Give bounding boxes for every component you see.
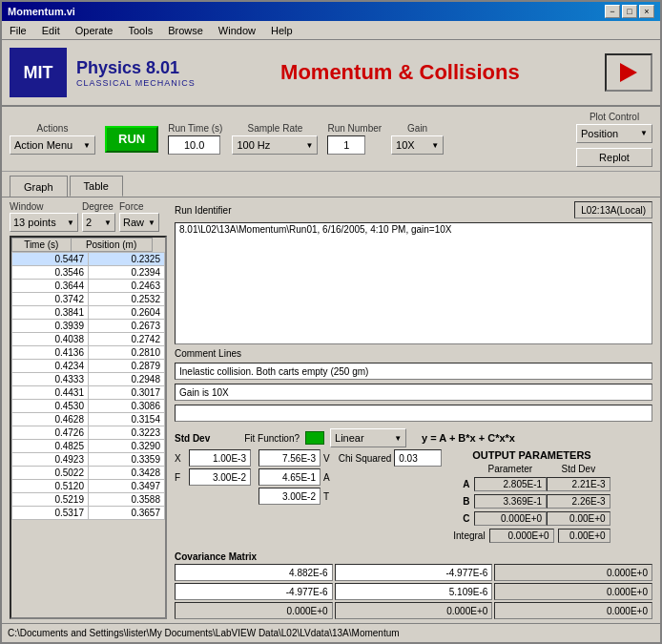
run-id-label: Run Identifier bbox=[175, 205, 231, 216]
sample-rate-arrow-icon: ▼ bbox=[305, 141, 313, 150]
std-dev-fit-area: X 1.00E-3 F 3.00E-2 7.56 bbox=[175, 449, 610, 543]
param-a-label: A bbox=[453, 475, 473, 492]
table-row: 0.49230.3359 bbox=[12, 453, 165, 467]
integral-value[interactable]: 0.000E+0 bbox=[489, 529, 554, 543]
table-row: 0.43330.2948 bbox=[12, 373, 165, 386]
menu-file[interactable]: File bbox=[6, 24, 31, 37]
param-b-value[interactable]: 3.369E-1 bbox=[474, 494, 548, 509]
stddev-f-row: F 3.00E-2 bbox=[175, 468, 251, 486]
data-table-body: 0.54470.23250.35460.23940.36440.24630.37… bbox=[11, 252, 165, 520]
close-button[interactable]: × bbox=[639, 5, 654, 18]
table-row: 0.50220.3428 bbox=[12, 467, 165, 480]
chi-unit-v: V bbox=[323, 453, 330, 464]
covariance-section: Covariance Matrix 4.882E-6-4.977E-60.000… bbox=[175, 551, 652, 619]
integral-row: Integral 0.000E+0 0.00E+0 bbox=[453, 529, 610, 543]
cov-cell: 0.000E+0 bbox=[494, 564, 652, 581]
plot-control-dropdown[interactable]: Position ▼ bbox=[576, 124, 652, 143]
table-row: 0.37420.2532 bbox=[12, 293, 165, 306]
menu-operate[interactable]: Operate bbox=[72, 24, 117, 37]
stddev-area: X 1.00E-3 F 3.00E-2 bbox=[175, 449, 251, 486]
force-dropdown[interactable]: Raw ▼ bbox=[119, 213, 159, 232]
main-window: Momentum.vi − □ × File Edit Operate Tool… bbox=[0, 0, 662, 644]
chi-squared-label: Chi Squared bbox=[339, 453, 392, 464]
menu-edit[interactable]: Edit bbox=[38, 24, 64, 37]
menu-tools[interactable]: Tools bbox=[124, 24, 156, 37]
table-row: 0.44310.3017 bbox=[12, 386, 165, 400]
chi-val-2[interactable]: 4.65E-1 bbox=[259, 468, 321, 486]
param-a-value[interactable]: 2.805E-1 bbox=[474, 477, 548, 491]
integral-sdv: 0.00E+0 bbox=[558, 529, 610, 543]
chi-row-1: 7.56E-3 V Chi Squared 0.03 bbox=[259, 449, 442, 467]
right-panel: Run Identifier L02:13A(Local) 8.01\L02\1… bbox=[175, 201, 652, 619]
param-col-header bbox=[453, 463, 473, 475]
mit-text: MIT bbox=[24, 63, 53, 83]
fit-fn-dropdown[interactable]: Linear ▼ bbox=[330, 428, 406, 447]
menu-window[interactable]: Window bbox=[215, 24, 259, 37]
formula-display: y = A + B*x + C*x*x bbox=[422, 432, 515, 444]
std-dev-label: Std Dev bbox=[175, 433, 210, 444]
sample-rate-label: Sample Rate bbox=[232, 123, 318, 134]
covariance-grid: 4.882E-6-4.977E-60.000E+0-4.977E-65.109E… bbox=[175, 564, 652, 619]
run-number-input[interactable] bbox=[327, 135, 365, 155]
video-icon-container[interactable] bbox=[605, 53, 652, 92]
gain-dropdown[interactable]: 10X ▼ bbox=[391, 135, 444, 155]
fit-section: Std Dev Fit Function? Linear ▼ y = A + B… bbox=[175, 428, 652, 543]
tab-table[interactable]: Table bbox=[70, 176, 123, 197]
data-table-container: Time (s) Position (m) 0.54470.23250.3546… bbox=[10, 236, 167, 619]
replot-button[interactable]: Replot bbox=[576, 148, 652, 167]
gain-label: Gain bbox=[391, 123, 444, 134]
action-menu-dropdown[interactable]: Action Menu ▼ bbox=[10, 135, 95, 155]
stddev-x-value[interactable]: 1.00E-3 bbox=[189, 449, 251, 467]
stddev-f-value[interactable]: 3.00E-2 bbox=[189, 468, 251, 486]
chi-squared-value[interactable]: 0.03 bbox=[394, 449, 442, 467]
table-row: 0.39390.2673 bbox=[12, 320, 165, 333]
run-number-group: Run Number bbox=[327, 123, 382, 155]
comment-line-3[interactable] bbox=[175, 405, 652, 422]
comment-line-2[interactable]: Gain is 10X bbox=[175, 384, 652, 401]
actions-group: Actions Action Menu ▼ bbox=[10, 123, 95, 155]
menu-browse[interactable]: Browse bbox=[164, 24, 207, 37]
degree-dropdown[interactable]: 2 ▼ bbox=[82, 213, 115, 232]
tab-bar: Graph Table bbox=[2, 172, 660, 197]
chi-val-3[interactable]: 3.00E-2 bbox=[259, 488, 321, 505]
window-dropdown[interactable]: 13 points ▼ bbox=[10, 213, 78, 232]
chi-val-1[interactable]: 7.56E-3 bbox=[259, 449, 321, 467]
stddev-x-label: X bbox=[175, 453, 186, 464]
cov-cell: 5.109E-6 bbox=[335, 583, 493, 600]
table-scroll[interactable]: 0.54470.23250.35460.23940.36440.24630.37… bbox=[11, 252, 165, 617]
degree-group: Degree 2 ▼ bbox=[82, 201, 115, 232]
cov-cell: 0.000E+0 bbox=[494, 602, 652, 619]
menu-bar: File Edit Operate Tools Browse Window He… bbox=[2, 21, 660, 40]
menu-help[interactable]: Help bbox=[267, 24, 297, 37]
cov-cell: 4.882E-6 bbox=[175, 564, 333, 581]
sample-rate-group: Sample Rate 100 Hz ▼ bbox=[232, 123, 318, 155]
run-id-row: Run Identifier L02:13A(Local) bbox=[175, 201, 652, 218]
table-row: 0.53170.3657 bbox=[12, 507, 165, 520]
data-table: Time (s) Position (m) bbox=[11, 238, 165, 252]
table-row: 0.51200.3497 bbox=[12, 480, 165, 493]
window-group: Window 13 points ▼ bbox=[10, 201, 78, 232]
force-group: Force Raw ▼ bbox=[119, 201, 159, 232]
table-row: 0.52190.3588 bbox=[12, 493, 165, 507]
param-c-value[interactable]: 0.000E+0 bbox=[474, 511, 548, 526]
run-button[interactable]: RUN bbox=[105, 126, 158, 153]
left-controls: Window 13 points ▼ Degree 2 ▼ Force bbox=[10, 201, 167, 232]
covariance-label: Covariance Matrix bbox=[175, 551, 257, 562]
fit-left-area: Std Dev Fit Function? Linear ▼ y = A + B… bbox=[175, 428, 610, 543]
degree-label: Degree bbox=[82, 201, 115, 212]
minimize-button[interactable]: − bbox=[605, 5, 620, 18]
comment-line-1[interactable]: Inelastic collision. Both carts empty (2… bbox=[175, 363, 652, 380]
sample-rate-dropdown[interactable]: 100 Hz ▼ bbox=[232, 135, 318, 155]
tab-graph[interactable]: Graph bbox=[10, 176, 68, 197]
actions-label: Actions bbox=[10, 123, 95, 134]
run-time-input[interactable] bbox=[168, 135, 220, 155]
cov-cell: 0.000E+0 bbox=[175, 602, 333, 619]
degree-arrow-icon: ▼ bbox=[104, 218, 112, 227]
chi-row-3: 3.00E-2 T bbox=[259, 488, 442, 505]
param-row-b: B 3.369E-1 2.26E-3 bbox=[453, 492, 610, 509]
plot-control-label: Plot Control bbox=[576, 112, 652, 122]
maximize-button[interactable]: □ bbox=[622, 5, 637, 18]
chi-row-2: 4.65E-1 A bbox=[259, 468, 442, 486]
gain-arrow-icon: ▼ bbox=[431, 141, 439, 150]
stddev-f-label: F bbox=[175, 472, 186, 483]
